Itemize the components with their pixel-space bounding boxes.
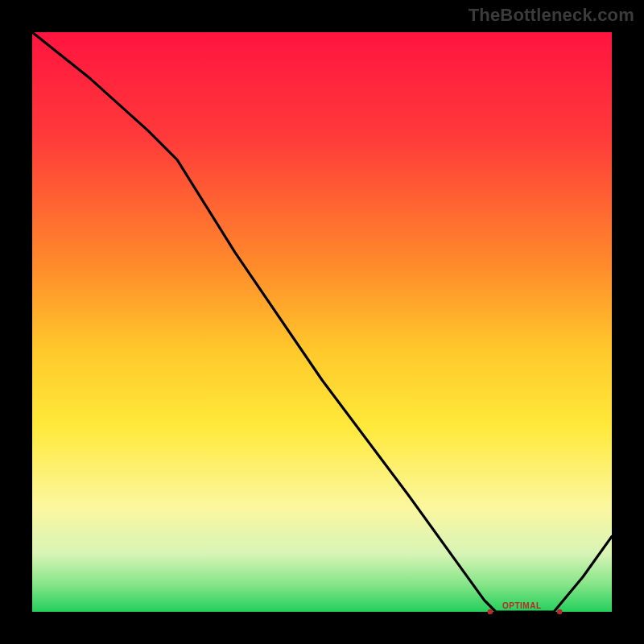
optimal-dot — [488, 609, 493, 614]
optimal-label: OPTIMAL — [502, 601, 542, 610]
optimal-dot — [557, 609, 562, 614]
chart-frame: TheBottleneck.com OPTIMAL — [0, 0, 644, 644]
bottleneck-curve — [32, 32, 612, 612]
plot-area: OPTIMAL — [32, 32, 612, 612]
chart-svg — [32, 32, 612, 612]
watermark-text: TheBottleneck.com — [469, 5, 634, 26]
